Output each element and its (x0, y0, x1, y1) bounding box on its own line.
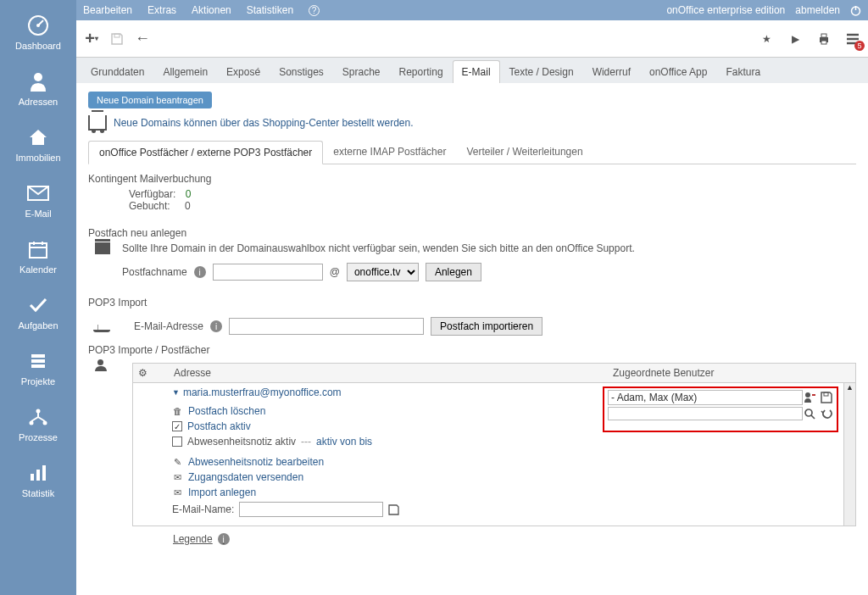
gauge-icon (26, 14, 50, 37)
tab-sprache[interactable]: Sprache (333, 60, 390, 83)
sidebar-aufgaben[interactable]: Aufgaben (0, 285, 76, 341)
active-checkbox[interactable]: ✓ (172, 421, 182, 431)
save-small-icon[interactable] (388, 504, 399, 515)
domain-select[interactable]: onoffice.tv (347, 263, 419, 281)
mailbox-table: ⚙ Adresse Zugeordnete Benutzer ▼ maria.m… (132, 363, 856, 526)
tab-onoffice-app[interactable]: onOffice App (640, 60, 717, 83)
menu-statistiken[interactable]: Statistiken (247, 4, 293, 16)
sidebar-prozesse[interactable]: Prozesse (0, 397, 76, 453)
sidebar-item-label: E-Mail (25, 209, 51, 219)
sidebar-dashboard[interactable]: Dashboard (0, 5, 76, 61)
sidebar-kalender[interactable]: Kalender (0, 229, 76, 285)
col-adresse-header: Adresse (174, 367, 613, 379)
active-mailbox-link[interactable]: Postfach aktiv (187, 420, 251, 432)
svg-point-27 (805, 392, 810, 398)
check-icon (26, 293, 50, 317)
sidebar-item-label: Adressen (19, 97, 58, 107)
send-creds-link[interactable]: Zugangsdaten versenden (188, 471, 303, 483)
mail-icon: ✉ (172, 487, 183, 498)
scrollbar[interactable]: ▲ (843, 383, 855, 525)
col-benutzer-header: Zugeordnete Benutzer (613, 367, 850, 379)
info-icon[interactable]: i (210, 320, 222, 332)
print-icon[interactable] (815, 31, 832, 47)
tab-allgemein[interactable]: Allgemein (153, 60, 217, 83)
subtab-verteiler[interactable]: Verteiler / Weiterleitungen (456, 141, 593, 164)
tab-reporting[interactable]: Reporting (390, 60, 453, 83)
postfachname-input[interactable] (213, 264, 323, 281)
verfuegbar-label: Verfügbar: (129, 188, 175, 200)
sidebar-email[interactable]: E-Mail (0, 173, 76, 229)
svg-rect-22 (821, 34, 826, 37)
gear-icon[interactable]: ⚙ (138, 367, 153, 379)
menu-extras[interactable]: Extras (147, 4, 176, 16)
sidebar-item-label: Aufgaben (18, 320, 58, 331)
tab-grunddaten[interactable]: Grunddaten (81, 60, 153, 83)
sidebar-immobilien[interactable]: Immobilien (0, 117, 76, 173)
assigned-users-box: - Adam, Max (Max) (603, 386, 838, 432)
toolbar: +▾ ← ★ ▶ (76, 20, 868, 58)
info-icon[interactable]: i (194, 266, 206, 278)
anlegen-button[interactable]: Anlegen (426, 263, 481, 281)
tab-widerruf[interactable]: Widerruf (583, 60, 640, 83)
tab-faktura[interactable]: Faktura (716, 60, 770, 83)
svg-point-12 (36, 409, 41, 414)
barchart-icon (26, 461, 50, 485)
sidebar-item-label: Dashboard (15, 41, 61, 51)
postfach-neu-note: Sollte Ihre Domain in der Domainauswahlb… (122, 242, 856, 254)
menu-bearbeiten[interactable]: Bearbeiten (83, 4, 132, 16)
list-icon[interactable] (844, 31, 861, 47)
sidebar-item-label: Prozesse (19, 432, 58, 442)
logout-link[interactable]: abmelden (795, 4, 840, 16)
email-name-label: E-Mail-Name: (172, 503, 234, 515)
tab-texte-design[interactable]: Texte / Design (500, 60, 583, 83)
away-from-link[interactable]: aktiv von bis (316, 436, 372, 448)
edit-away-link[interactable]: Abwesenheitsnotiz bearbeiten (188, 456, 324, 468)
tab-expose[interactable]: Exposé (217, 60, 270, 83)
svg-rect-11 (31, 364, 45, 368)
tab-bar: Grunddaten Allgemein Exposé Sonstiges Sp… (76, 58, 868, 83)
sidebar-projekte[interactable]: Projekte (0, 341, 76, 397)
subtab-bar: onOffice Postfächer / externe POP3 Postf… (88, 141, 856, 164)
remove-user-icon[interactable] (803, 391, 816, 404)
assigned-user: - Adam, Max (Max) (608, 390, 803, 405)
svg-point-14 (43, 421, 47, 425)
box-icon (95, 242, 110, 254)
mailbox-email[interactable]: maria.musterfrau@myonoffice.com (183, 386, 342, 398)
undo-icon[interactable] (820, 407, 833, 420)
tab-email[interactable]: E-Mail (453, 60, 500, 83)
subtab-imap[interactable]: externe IMAP Postfächer (323, 141, 456, 164)
add-icon[interactable]: +▾ (83, 31, 100, 47)
menu-help-icon[interactable]: ? (309, 5, 320, 16)
back-icon[interactable]: ← (134, 31, 151, 47)
sidebar-item-label: Immobilien (15, 153, 60, 163)
cart-icon (88, 115, 107, 131)
legende-link[interactable]: Legendei (173, 533, 856, 545)
chevron-down-icon[interactable]: ▼ (172, 388, 180, 397)
play-icon[interactable]: ▶ (787, 31, 804, 47)
save-icon[interactable] (108, 31, 125, 47)
delete-mailbox-link[interactable]: Postfach löschen (188, 405, 265, 417)
postfach-importieren-button[interactable]: Postfach importieren (431, 317, 542, 336)
svg-line-31 (811, 415, 815, 419)
email-name-input[interactable] (239, 502, 383, 517)
house-icon (26, 125, 50, 149)
postfach-neu-title: Postfach neu anlegen (88, 227, 856, 239)
sidebar-statistik[interactable]: Statistik (0, 453, 76, 509)
email-adresse-input[interactable] (229, 318, 424, 335)
person-icon (26, 70, 50, 93)
create-import-link[interactable]: Import anlegen (188, 487, 256, 498)
sidebar-adressen[interactable]: Adressen (0, 61, 76, 117)
at-symbol: @ (330, 266, 340, 278)
search-user-icon[interactable] (803, 407, 816, 420)
power-icon[interactable] (850, 5, 861, 16)
svg-rect-16 (36, 470, 40, 481)
menu-aktionen[interactable]: Aktionen (192, 4, 231, 16)
save-user-icon[interactable] (820, 391, 833, 404)
svg-rect-9 (31, 354, 45, 358)
email-adresse-label: E-Mail-Adresse (134, 320, 203, 332)
away-checkbox[interactable] (172, 437, 182, 447)
star-icon[interactable]: ★ (758, 31, 775, 47)
tab-sonstiges[interactable]: Sonstiges (270, 60, 333, 83)
request-domain-button[interactable]: Neue Domain beantragen (88, 92, 212, 108)
subtab-pop3[interactable]: onOffice Postfächer / externe POP3 Postf… (88, 141, 323, 164)
